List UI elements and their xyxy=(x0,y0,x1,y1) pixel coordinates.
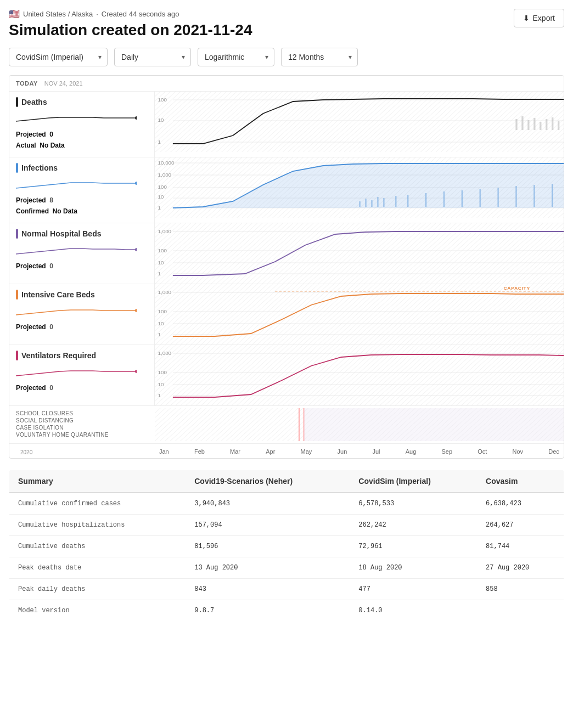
svg-text:1,000: 1,000 xyxy=(158,172,171,177)
svg-text:100: 100 xyxy=(158,184,166,189)
hospital-sparkline xyxy=(16,242,148,257)
row-covasim: 6,638,423 xyxy=(477,493,564,515)
year-label: 2020 xyxy=(16,449,32,455)
summary-col-covidsim: CovidSim (Imperial) xyxy=(350,470,477,493)
row-covasim: 264,627 xyxy=(477,514,564,535)
row-covasim: 858 xyxy=(477,578,564,600)
svg-rect-13 xyxy=(540,122,541,130)
table-row: Peak daily deaths 843 477 858 xyxy=(9,578,564,600)
deaths-chart: 100 10 1 xyxy=(155,92,564,152)
infections-row: Infections Projected 8 Confirmed No Data xyxy=(9,157,564,223)
axis-aug: Aug xyxy=(406,448,417,455)
svg-rect-14 xyxy=(546,119,547,130)
voluntary-quarantine-label: VOLUNTARY HOME QUARANTINE xyxy=(16,432,148,438)
case-isolation-label: CASE ISOLATION xyxy=(16,425,148,431)
svg-rect-67 xyxy=(155,345,564,405)
row-covidsim: 477 xyxy=(350,578,477,600)
axis-may: May xyxy=(301,448,312,455)
model-select-value: CovidSim (Imperial) xyxy=(16,53,83,61)
timerange-select[interactable]: 12 Months ▾ xyxy=(281,48,358,66)
row-label: Cumulative confirmed cases xyxy=(9,493,186,515)
frequency-select-value: Daily xyxy=(121,53,138,61)
row-label: Peak deaths date xyxy=(9,557,186,578)
svg-rect-10 xyxy=(521,116,523,130)
row-neher: 9.8.7 xyxy=(186,600,350,621)
hospital-stats: Projected 0 xyxy=(16,261,148,272)
svg-point-44 xyxy=(135,248,137,251)
axis-oct: Oct xyxy=(478,448,487,455)
deaths-stats: Projected 0 Actual No Data xyxy=(16,129,148,151)
svg-text:100: 100 xyxy=(158,308,166,314)
row-neher: 157,094 xyxy=(186,514,350,535)
infections-chart: 10,000 1,000 100 10 1 xyxy=(155,157,564,218)
export-button[interactable]: ⬇ Export xyxy=(514,9,564,27)
svg-text:1,000: 1,000 xyxy=(158,289,171,295)
created-text: Created 44 seconds ago xyxy=(102,10,179,18)
row-covidsim: 6,578,533 xyxy=(350,493,477,515)
svg-text:1,000: 1,000 xyxy=(158,228,171,234)
svg-rect-31 xyxy=(371,200,372,207)
axis-dec: Dec xyxy=(548,448,559,455)
svg-rect-55 xyxy=(155,284,564,345)
today-badge: TODAY xyxy=(16,80,38,87)
svg-rect-30 xyxy=(365,199,366,207)
infections-sparkline xyxy=(16,176,148,191)
scale-select[interactable]: Logarithmic ▾ xyxy=(198,48,274,66)
svg-rect-41 xyxy=(515,186,516,207)
row-covasim: 27 Aug 2020 xyxy=(477,557,564,578)
hospital-legend: Normal Hospital Beds Projected 0 xyxy=(9,223,155,284)
row-neher: 843 xyxy=(186,578,350,600)
chart-rows: Deaths Projected 0 Actual No Data xyxy=(9,92,564,458)
svg-rect-2 xyxy=(155,92,564,152)
table-row: Cumulative deaths 81,596 72,961 81,744 xyxy=(9,535,564,557)
axis-jan: Jan xyxy=(159,448,169,455)
svg-text:100: 100 xyxy=(158,97,166,102)
svg-text:1,000: 1,000 xyxy=(158,350,171,355)
x-axis-labels: Jan Feb Mar Apr May Jun Jul Aug Sep Oct … xyxy=(155,446,564,456)
svg-rect-38 xyxy=(462,190,463,207)
icu-legend: Intensive Care Beds Projected 0 xyxy=(9,284,155,345)
svg-point-66 xyxy=(135,370,137,373)
row-covasim xyxy=(477,600,564,621)
svg-text:1: 1 xyxy=(158,205,160,210)
svg-text:10: 10 xyxy=(158,117,164,122)
ventilators-title: Ventilators Required xyxy=(16,351,148,360)
summary-table: Summary Covid19-Scenarios (Neher) CovidS… xyxy=(9,470,564,622)
row-neher: 81,596 xyxy=(186,535,350,557)
svg-rect-15 xyxy=(552,117,553,130)
export-label: Export xyxy=(533,14,555,22)
model-select[interactable]: CovidSim (Imperial) ▾ xyxy=(9,48,108,66)
svg-rect-35 xyxy=(407,195,408,207)
row-label: Cumulative deaths xyxy=(9,535,186,557)
svg-text:1: 1 xyxy=(158,270,160,276)
summary-col-neher: Covid19-Scenarios (Neher) xyxy=(186,470,350,493)
deaths-sparkline xyxy=(16,110,148,126)
table-row: Model version 9.8.7 0.14.0 xyxy=(9,600,564,621)
summary-col-label: Summary xyxy=(9,470,186,493)
icu-title: Intensive Care Beds xyxy=(16,290,148,300)
intervention-chart xyxy=(155,408,564,441)
chevron-down-icon: ▾ xyxy=(182,53,185,61)
chart-panel: TODAY NOV 24, 2021 Deaths Projected 0 xyxy=(9,75,564,459)
row-label: Cumulative hospitalizations xyxy=(9,514,186,535)
icu-stats: Projected 0 xyxy=(16,321,148,332)
infections-stats: Projected 8 Confirmed No Data xyxy=(16,195,148,217)
timerange-select-value: 12 Months xyxy=(288,53,324,61)
axis-apr: Apr xyxy=(266,448,275,455)
hospital-chart: 1,000 100 10 1 xyxy=(155,223,564,284)
deaths-legend: Deaths Projected 0 Actual No Data xyxy=(9,92,155,157)
svg-text:100: 100 xyxy=(158,369,166,375)
infections-legend: Infections Projected 8 Confirmed No Data xyxy=(9,157,155,223)
svg-point-17 xyxy=(135,182,137,185)
svg-text:1: 1 xyxy=(158,392,160,398)
svg-rect-11 xyxy=(527,120,529,130)
ventilators-row: Ventilators Required Projected 0 1,000 1… xyxy=(9,345,564,405)
svg-rect-12 xyxy=(533,118,535,130)
flag-icon: 🇺🇸 xyxy=(9,9,20,19)
svg-text:10,000: 10,000 xyxy=(158,160,174,165)
ventilators-color-bar xyxy=(16,351,18,360)
icu-chart: 1,000 100 10 1 CAPACITY xyxy=(155,284,564,345)
frequency-select[interactable]: Daily ▾ xyxy=(114,48,191,66)
row-neher: 3,940,843 xyxy=(186,493,350,515)
chevron-down-icon: ▾ xyxy=(349,53,352,61)
